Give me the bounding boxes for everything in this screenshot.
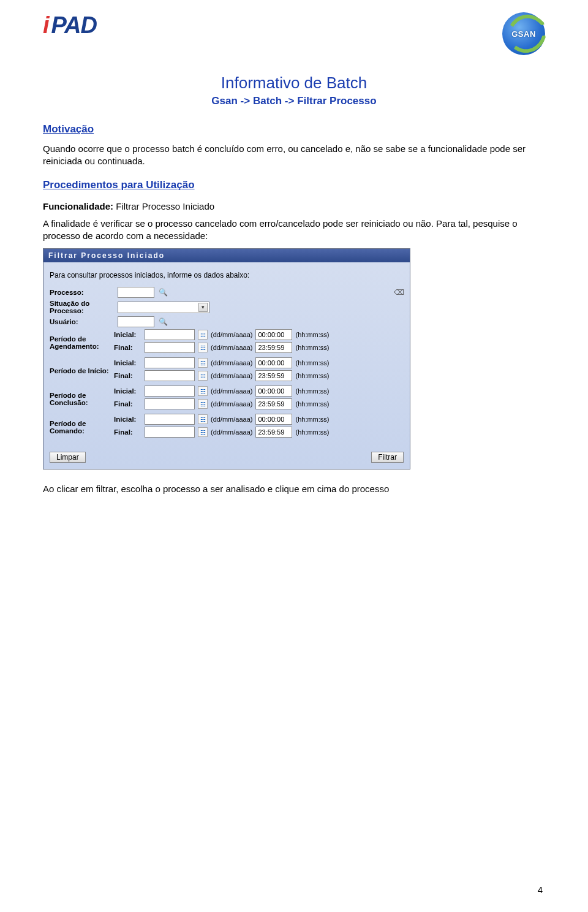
label-periodo-agendamento: Período de Agendamento:: [50, 329, 114, 356]
panel-title: Filtrar Processo Iniciado: [43, 249, 410, 262]
calendar-icon[interactable]: ☷: [198, 414, 208, 424]
calendar-icon[interactable]: ☷: [198, 358, 208, 368]
date-hint: (dd/mm/aaaa): [211, 344, 252, 351]
time-hint: (hh:mm:ss): [295, 416, 329, 423]
page-title: Informativo de Batch: [43, 74, 545, 93]
label-inicial: Inicial:: [114, 359, 141, 367]
calendar-icon[interactable]: ☷: [198, 371, 208, 381]
label-periodo-comando: Período de Comando:: [50, 414, 114, 441]
label-final: Final:: [114, 428, 141, 436]
search-icon[interactable]: 🔍: [158, 287, 168, 297]
conclusao-inicial-time[interactable]: [255, 386, 292, 397]
finalidade-text: A finalidade é verificar se o processo c…: [43, 218, 545, 243]
label-final: Final:: [114, 372, 141, 379]
section-procedimentos: Procedimentos para Utilização: [43, 179, 545, 191]
page-header: iPAD GSAN: [43, 12, 545, 55]
agendamento-final-date[interactable]: [145, 342, 195, 353]
calendar-icon[interactable]: ☷: [198, 399, 208, 409]
time-hint: (hh:mm:ss): [295, 372, 329, 379]
calendar-icon[interactable]: ☷: [198, 386, 208, 396]
date-hint: (dd/mm/aaaa): [211, 428, 252, 436]
breadcrumb: Gsan -> Batch -> Filtrar Processo: [43, 95, 545, 107]
gsan-logo-label: GSAN: [502, 29, 545, 39]
conclusao-inicial-date[interactable]: [145, 386, 195, 397]
label-usuario: Usuário:: [50, 318, 114, 325]
date-hint: (dd/mm/aaaa): [211, 387, 252, 395]
label-inicial: Inicial:: [114, 387, 141, 395]
label-processo: Processo:: [50, 289, 114, 296]
date-hint: (dd/mm/aaaa): [211, 372, 252, 379]
time-hint: (hh:mm:ss): [295, 344, 329, 351]
date-hint: (dd/mm/aaaa): [211, 331, 252, 338]
after-shot-text: Ao clicar em filtrar, escolha o processo…: [43, 483, 545, 495]
situacao-select[interactable]: ▾: [118, 302, 209, 313]
label-periodo-inicio: Período de Início:: [50, 357, 114, 384]
chevron-down-icon: ▾: [198, 303, 208, 312]
comando-inicial-date[interactable]: [145, 414, 195, 425]
conclusao-final-date[interactable]: [145, 398, 195, 409]
date-hint: (dd/mm/aaaa): [211, 416, 252, 423]
time-hint: (hh:mm:ss): [295, 387, 329, 395]
filter-panel: Filtrar Processo Iniciado Para consultar…: [43, 248, 410, 469]
funcionalidade-line: Funcionalidade: Filtrar Processo Iniciad…: [43, 201, 545, 211]
inicio-final-time[interactable]: [255, 370, 292, 381]
time-hint: (hh:mm:ss): [295, 331, 329, 338]
search-icon[interactable]: 🔍: [158, 317, 168, 327]
section-motivacao: Motivação: [43, 123, 545, 135]
label-periodo-conclusao: Período de Conclusão:: [50, 386, 114, 412]
gsan-logo: GSAN: [502, 12, 545, 55]
agendamento-inicial-time[interactable]: [255, 329, 292, 340]
inicio-final-date[interactable]: [145, 370, 195, 381]
label-situacao: Situação do Processo:: [50, 300, 114, 314]
calendar-icon[interactable]: ☷: [198, 330, 208, 340]
calendar-icon[interactable]: ☷: [198, 343, 208, 352]
comando-final-date[interactable]: [145, 427, 195, 438]
label-inicial: Inicial:: [114, 416, 141, 423]
motivacao-text: Quando ocorre que o processo batch é con…: [43, 143, 545, 168]
filtrar-button[interactable]: Filtrar: [371, 452, 404, 463]
inicio-inicial-time[interactable]: [255, 357, 292, 368]
agendamento-inicial-date[interactable]: [145, 329, 195, 340]
ipad-logo-i: i: [43, 12, 49, 39]
time-hint: (hh:mm:ss): [295, 428, 329, 436]
ipad-logo: iPAD: [43, 12, 97, 39]
page-number: 4: [538, 884, 543, 895]
funcionalidade-value: Filtrar Processo Iniciado: [113, 201, 214, 211]
panel-intro: Para consultar processos iniciados, info…: [50, 271, 404, 279]
date-hint: (dd/mm/aaaa): [211, 400, 252, 408]
calendar-icon[interactable]: ☷: [198, 427, 208, 437]
agendamento-final-time[interactable]: [255, 342, 292, 353]
ipad-logo-pad: PAD: [51, 12, 97, 39]
usuario-input[interactable]: [118, 316, 154, 327]
time-hint: (hh:mm:ss): [295, 359, 329, 367]
limpar-button[interactable]: Limpar: [50, 452, 86, 463]
comando-final-time[interactable]: [255, 427, 292, 438]
inicio-inicial-date[interactable]: [145, 357, 195, 368]
conclusao-final-time[interactable]: [255, 398, 292, 409]
eraser-icon[interactable]: ⌫: [394, 287, 404, 297]
funcionalidade-label: Funcionalidade:: [43, 201, 113, 211]
processo-input[interactable]: [118, 287, 154, 298]
comando-inicial-time[interactable]: [255, 414, 292, 425]
label-final: Final:: [114, 344, 141, 351]
time-hint: (hh:mm:ss): [295, 400, 329, 408]
label-inicial: Inicial:: [114, 331, 141, 338]
date-hint: (dd/mm/aaaa): [211, 359, 252, 367]
label-final: Final:: [114, 400, 141, 408]
